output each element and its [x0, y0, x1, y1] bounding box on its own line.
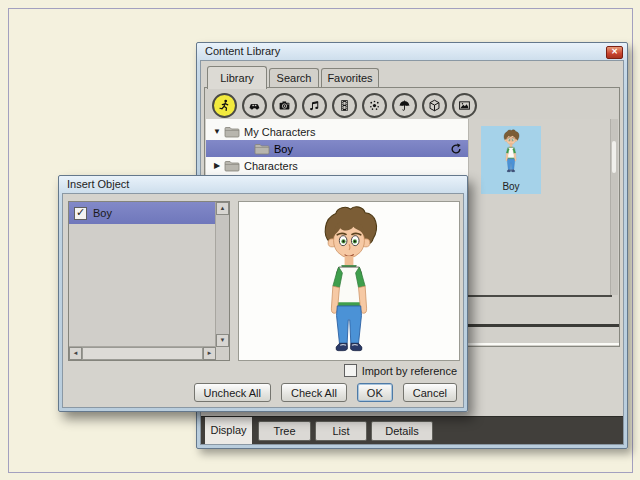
list-item-boy[interactable]: ✓ Boy: [69, 202, 216, 224]
boy-thumbnail-illustration: [498, 129, 524, 174]
content-library-titlebar[interactable]: Content Library ✕: [197, 43, 627, 60]
tree-item-label: Boy: [274, 143, 293, 155]
car-icon: [248, 99, 261, 112]
tree-item-boy[interactable]: Boy: [206, 140, 468, 157]
category-3d-objects-button[interactable]: [422, 93, 447, 118]
umbrella-icon: [398, 99, 411, 112]
preview-pane: [238, 201, 460, 361]
category-props-button[interactable]: [392, 93, 417, 118]
music-note-icon: [308, 99, 321, 112]
import-by-reference-checkbox[interactable]: Import by reference: [344, 364, 457, 377]
film-strip-icon: [338, 99, 351, 112]
view-tab-details[interactable]: Details: [371, 421, 433, 441]
tab-favorites[interactable]: Favorites: [321, 68, 379, 88]
arrow-down-icon: ▼: [220, 337, 226, 343]
insert-object-dialog: Insert Object ✓ Boy ▲ ▼ ◄ ► Import by re…: [58, 175, 468, 412]
view-tab-label: Details: [385, 425, 419, 437]
expand-down-icon[interactable]: ▼: [212, 127, 222, 136]
insert-object-titlebar[interactable]: Insert Object: [59, 176, 467, 193]
thumbnail-label: Boy: [502, 181, 519, 192]
tree-item-label: My Characters: [244, 126, 316, 138]
scrollbar-thumb[interactable]: [82, 347, 203, 360]
scroll-left-button[interactable]: ◄: [69, 347, 82, 360]
view-tab-list[interactable]: List: [315, 421, 367, 441]
insert-object-title: Insert Object: [67, 178, 129, 190]
tree-item-label: Characters: [244, 160, 298, 172]
category-particles-button[interactable]: [362, 93, 387, 118]
content-library-title: Content Library: [205, 45, 280, 57]
particles-icon: [368, 99, 381, 112]
check-all-button[interactable]: Check All: [281, 383, 347, 402]
check-icon: ✓: [76, 206, 85, 218]
thumbnail-boy[interactable]: Boy: [481, 126, 541, 194]
scroll-down-button[interactable]: ▼: [216, 334, 229, 347]
refresh-icon[interactable]: [450, 143, 462, 155]
view-tab-label: Display: [210, 424, 246, 436]
tab-search[interactable]: Search: [269, 68, 319, 88]
view-mode-bar: Display Tree List Details: [201, 416, 623, 444]
dialog-button-row: Uncheck All Check All OK Cancel: [194, 383, 458, 402]
list-horizontal-scrollbar[interactable]: ◄ ►: [69, 346, 216, 360]
boy-checkbox[interactable]: ✓: [74, 207, 87, 220]
list-item-label: Boy: [93, 207, 112, 219]
ok-button[interactable]: OK: [357, 383, 393, 402]
tree-item-my-characters[interactable]: ▼ My Characters: [206, 123, 468, 140]
folder-icon: [224, 126, 240, 138]
folder-icon: [236, 143, 270, 155]
picture-icon: [458, 99, 471, 112]
category-vehicles-button[interactable]: [242, 93, 267, 118]
category-other-button[interactable]: [452, 93, 477, 118]
tab-favorites-label: Favorites: [327, 72, 372, 84]
view-tab-label: List: [332, 425, 349, 437]
camera-icon: [278, 99, 291, 112]
tree-item-characters[interactable]: ▶ Characters: [206, 157, 468, 174]
import-by-reference-label: Import by reference: [362, 365, 457, 377]
insert-object-client: ✓ Boy ▲ ▼ ◄ ► Import by reference Unchec…: [62, 193, 464, 408]
scroll-right-button[interactable]: ►: [203, 347, 216, 360]
cube-icon: [428, 99, 441, 112]
arrow-up-icon: ▲: [220, 205, 226, 211]
library-vertical-scrollbar[interactable]: [610, 119, 618, 295]
scroll-up-button[interactable]: ▲: [216, 202, 229, 215]
running-person-icon: [218, 99, 231, 112]
library-thumbnails-panel: Boy: [469, 119, 611, 295]
view-tab-display[interactable]: Display: [205, 417, 252, 444]
list-vertical-scrollbar[interactable]: ▲ ▼: [215, 202, 229, 347]
uncheck-all-button[interactable]: Uncheck All: [194, 383, 271, 402]
object-list[interactable]: ✓ Boy ▲ ▼ ◄ ►: [68, 201, 230, 361]
cancel-button[interactable]: Cancel: [403, 383, 457, 402]
arrow-left-icon: ◄: [73, 350, 79, 356]
view-tab-tree[interactable]: Tree: [258, 421, 311, 441]
arrow-right-icon: ►: [207, 350, 213, 356]
category-movies-button[interactable]: [332, 93, 357, 118]
close-button[interactable]: ✕: [606, 46, 623, 59]
boy-character-illustration: [305, 204, 393, 358]
category-images-button[interactable]: [272, 93, 297, 118]
category-audio-button[interactable]: [302, 93, 327, 118]
scrollbar-thumb[interactable]: [612, 141, 616, 173]
import-by-reference-box[interactable]: [344, 364, 357, 377]
view-tab-label: Tree: [273, 425, 295, 437]
category-icon-row: [212, 93, 477, 118]
tab-library-label: Library: [220, 72, 254, 84]
expand-right-icon[interactable]: ▶: [212, 161, 222, 170]
tab-library[interactable]: Library: [207, 66, 267, 89]
folder-icon: [224, 160, 240, 172]
category-characters-button[interactable]: [212, 93, 237, 118]
tab-search-label: Search: [277, 72, 312, 84]
close-icon: ✕: [611, 47, 618, 56]
